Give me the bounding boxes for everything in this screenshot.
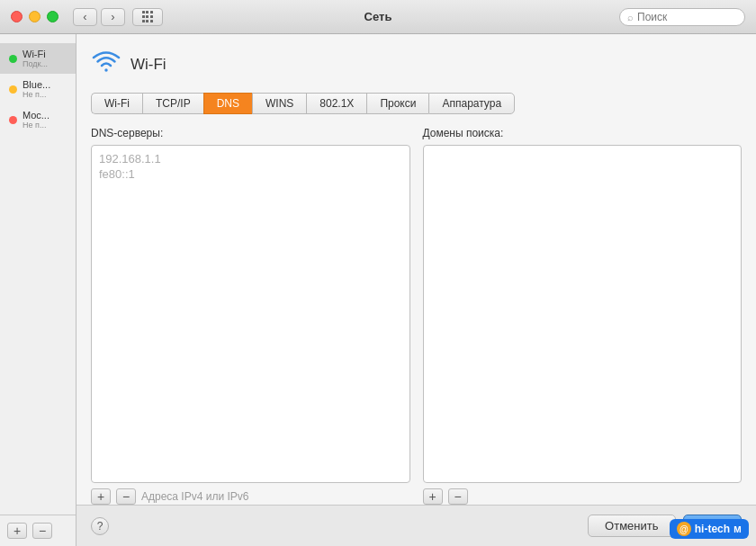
bluetooth-item-sub: Не п... xyxy=(22,90,50,99)
dns-entry-2: fe80::1 xyxy=(99,166,402,182)
search-domains-label: Домены поиска: xyxy=(423,127,742,139)
wifi-item-sub: Подк... xyxy=(22,59,48,68)
search-input[interactable] xyxy=(637,11,737,23)
bluetooth-item-name: Blue... xyxy=(22,79,50,90)
dns-servers-panel: DNS-серверы: 192.168.1.1 fe80::1 + − Адр… xyxy=(91,127,410,505)
add-domain-button[interactable]: + xyxy=(423,488,443,505)
grid-button[interactable] xyxy=(132,8,163,26)
hitech-badge: @ hi-tech м xyxy=(670,519,749,539)
back-button[interactable]: ‹ xyxy=(73,8,97,26)
hitech-text: hi-tech xyxy=(695,523,730,535)
tab-8021x[interactable]: 802.1X xyxy=(306,93,366,114)
cancel-button[interactable]: Отменить xyxy=(588,515,675,537)
sidebar-item-modem[interactable]: Moc... Не п... xyxy=(0,104,76,135)
remove-dns-button[interactable]: − xyxy=(116,488,136,505)
grid-icon xyxy=(142,11,154,22)
minimize-button[interactable] xyxy=(29,11,40,22)
nav-buttons: ‹ › xyxy=(73,8,163,26)
tab-dns[interactable]: DNS xyxy=(203,93,252,114)
dns-entry-1: 192.168.1.1 xyxy=(99,151,402,166)
search-box[interactable]: ⌕ xyxy=(619,8,745,26)
sidebar-bottom-actions: + − xyxy=(0,515,76,546)
bluetooth-status-dot xyxy=(9,85,17,94)
window-title: Сеть xyxy=(364,10,392,23)
sidebar-item-bluetooth[interactable]: Blue... Не п... xyxy=(0,74,76,104)
sidebar: Wi-Fi Подк... Blue... Не п... Moc... Не … xyxy=(0,34,76,546)
remove-domain-button[interactable]: − xyxy=(448,488,468,505)
search-icon: ⌕ xyxy=(627,12,634,22)
content-area: Wi-Fi Wi-Fi TCP/IP DNS WINS 802.1X Прокс… xyxy=(76,34,756,546)
titlebar: ‹ › Сеть ⌕ xyxy=(0,0,756,34)
dialog-footer: ? Отменить OK xyxy=(76,505,756,546)
tab-wifi[interactable]: Wi-Fi xyxy=(91,93,142,114)
search-domains-panel: Домены поиска: + − xyxy=(423,127,742,505)
wifi-icon xyxy=(91,49,122,80)
close-button[interactable] xyxy=(11,11,22,22)
main-layout: Wi-Fi Подк... Blue... Не п... Moc... Не … xyxy=(0,34,756,546)
add-dns-button[interactable]: + xyxy=(91,488,111,505)
forward-button[interactable]: › xyxy=(101,8,125,26)
tab-wins[interactable]: WINS xyxy=(252,93,306,114)
modem-status-dot xyxy=(9,116,17,124)
modem-item-sub: Не п... xyxy=(22,121,50,130)
tab-proxy[interactable]: Прокси xyxy=(366,93,428,114)
tab-hardware[interactable]: Аппаратура xyxy=(428,93,515,114)
search-domains-actions: + − xyxy=(423,488,742,505)
dns-body: DNS-серверы: 192.168.1.1 fe80::1 + − Адр… xyxy=(91,127,742,505)
wifi-section-title: Wi-Fi xyxy=(130,56,166,74)
wifi-item-name: Wi-Fi xyxy=(22,49,48,59)
wifi-header: Wi-Fi xyxy=(91,49,742,80)
remove-network-button[interactable]: − xyxy=(32,523,52,539)
help-button[interactable]: ? xyxy=(91,517,109,535)
tab-tcpip[interactable]: TCP/IP xyxy=(142,93,203,114)
dns-servers-actions: + − Адреса IPv4 или IPv6 xyxy=(91,488,410,505)
sidebar-item-wifi[interactable]: Wi-Fi Подк... xyxy=(0,43,76,74)
tabs: Wi-Fi TCP/IP DNS WINS 802.1X Прокси Аппа… xyxy=(91,93,742,114)
dns-hint: Адреса IPv4 или IPv6 xyxy=(141,490,248,503)
maximize-button[interactable] xyxy=(47,11,58,22)
dns-servers-label: DNS-серверы: xyxy=(91,127,410,139)
traffic-lights xyxy=(11,11,58,22)
dns-servers-list[interactable]: 192.168.1.1 fe80::1 xyxy=(91,145,410,483)
search-domains-list[interactable] xyxy=(423,145,742,483)
hitech-suffix: м xyxy=(734,523,742,535)
wifi-status-dot xyxy=(9,55,17,63)
modem-item-name: Moc... xyxy=(22,110,50,121)
add-network-button[interactable]: + xyxy=(7,523,27,539)
hitech-at-icon: @ xyxy=(677,522,691,536)
